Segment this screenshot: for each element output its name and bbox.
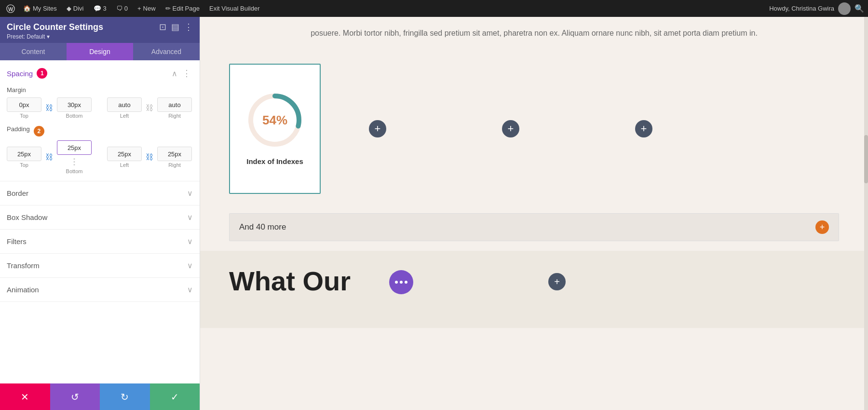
- comment-count-link[interactable]: 🗨 0: [112, 0, 132, 17]
- transform-chevron[interactable]: ∨: [187, 261, 193, 270]
- margin-top-label: Top: [20, 113, 28, 119]
- admin-bar-right: Howdy, Christina Gwira 🔍: [769, 2, 864, 15]
- margin-link-icon[interactable]: ⛓: [44, 104, 54, 112]
- filters-section-header[interactable]: Filters ∨: [0, 230, 200, 253]
- box-shadow-title: Box Shadow: [7, 213, 47, 221]
- padding-badge: 2: [34, 126, 44, 137]
- padding-top-label: Top: [20, 162, 28, 168]
- animation-section-header[interactable]: Animation ∨: [0, 278, 200, 301]
- animation-section: Animation ∨: [0, 278, 200, 302]
- circle-chart: 54%: [246, 91, 304, 149]
- redo-button[interactable]: ↻: [100, 383, 150, 410]
- padding-top-input[interactable]: [7, 147, 41, 161]
- margin-label: Margin: [7, 86, 193, 94]
- page-body-text: posuere. Morbi tortor nibh, fringilla se…: [200, 17, 868, 54]
- border-section: Border ∨: [0, 181, 200, 205]
- margin-right-input[interactable]: [157, 97, 192, 112]
- chat-icon: 🗨: [116, 5, 122, 12]
- padding-bottom-field: Bottom: [57, 140, 92, 174]
- padding-inputs-row: Top ⛓: [7, 140, 193, 174]
- sidebar-header: Circle Counter Settings ⊡ ▤ ⋮ Preset: De…: [0, 17, 200, 43]
- sidebar-more-icon[interactable]: ⋮: [184, 22, 193, 32]
- my-sites-link[interactable]: 🏠 My Sites: [19, 0, 61, 17]
- reset-button[interactable]: ↺: [50, 383, 100, 410]
- filters-title: Filters: [7, 237, 27, 246]
- margin-left-field: Left: [107, 97, 142, 119]
- padding-link-icon-2[interactable]: ⛓: [145, 153, 154, 162]
- padding-right-input[interactable]: [157, 147, 192, 161]
- padding-right-field: Right: [157, 147, 192, 168]
- add-row-button[interactable]: +: [548, 273, 566, 290]
- box-shadow-chevron[interactable]: ∨: [187, 213, 193, 222]
- bottom-section: What Our +: [200, 251, 868, 328]
- wordpress-icon[interactable]: W: [4, 2, 17, 15]
- dot-2: [400, 281, 403, 284]
- sidebar-tabs: Content Design Advanced: [0, 43, 200, 60]
- edit-page-link[interactable]: ✏ Edit Page: [162, 0, 203, 17]
- tab-content[interactable]: Content: [0, 43, 67, 60]
- delete-button[interactable]: ✕: [0, 383, 50, 410]
- accordion-bar: And 40 more +: [229, 213, 839, 241]
- plus-icon: +: [137, 5, 141, 12]
- box-shadow-section-header[interactable]: Box Shadow ∨: [0, 205, 200, 229]
- new-link[interactable]: + New: [134, 0, 160, 17]
- tab-design[interactable]: Design: [67, 43, 133, 60]
- border-chevron[interactable]: ∨: [187, 189, 193, 198]
- comments-link[interactable]: 💬 3: [90, 0, 110, 17]
- padding-left-field: Left: [107, 147, 142, 168]
- admin-bar: W 🏠 My Sites ◆ Divi 💬 3 🗨 0 + New ✏ Edit…: [0, 0, 868, 17]
- accordion-label: And 40 more: [239, 222, 286, 232]
- exit-visual-builder-link[interactable]: Exit Visual Builder: [205, 0, 264, 17]
- margin-top-input[interactable]: [7, 97, 41, 112]
- tab-advanced[interactable]: Advanced: [133, 43, 200, 60]
- padding-left-label: Left: [120, 162, 129, 168]
- margin-bottom-field: Bottom: [57, 97, 92, 119]
- margin-link-icon-2[interactable]: ⛓: [145, 104, 154, 112]
- spacing-collapse-icon[interactable]: ∧: [172, 69, 177, 78]
- spacing-menu-icon[interactable]: ⋮: [180, 68, 193, 79]
- padding-left-input[interactable]: [107, 147, 142, 161]
- animation-title: Animation: [7, 286, 39, 294]
- counter-row: 54% Index of Indexes + + +: [229, 64, 839, 194]
- spacing-section-content: Margin Top ⛓ Bottom: [0, 86, 200, 181]
- padding-bottom-input[interactable]: [57, 140, 92, 155]
- padding-bottom-label: Bottom: [66, 168, 83, 174]
- counter-section: 54% Index of Indexes + + +: [200, 54, 868, 204]
- spacing-badge: 1: [37, 68, 47, 79]
- divi-icon: ◆: [67, 5, 71, 12]
- sidebar-preset[interactable]: Preset: Default ▾: [7, 33, 193, 40]
- margin-bottom-input[interactable]: [57, 97, 92, 112]
- padding-right-label: Right: [168, 162, 181, 168]
- add-column-button-1[interactable]: +: [369, 120, 386, 137]
- what-our-text: What Our: [229, 265, 351, 297]
- comment-icon: 💬: [94, 5, 101, 12]
- transform-section-header[interactable]: Transform ∨: [0, 254, 200, 277]
- pencil-icon: ✏: [165, 5, 171, 12]
- counter-card: 54% Index of Indexes: [229, 64, 321, 194]
- box-shadow-section: Box Shadow ∨: [0, 205, 200, 230]
- confirm-button[interactable]: ✓: [150, 383, 200, 410]
- sidebar-resize-icon[interactable]: ⊡: [159, 22, 166, 32]
- padding-section: Padding 2 Top ⛓: [7, 125, 193, 174]
- sidebar-layout-icon[interactable]: ▤: [171, 22, 179, 32]
- animation-chevron[interactable]: ∨: [187, 285, 193, 294]
- purple-options-button[interactable]: [389, 270, 413, 294]
- avatar[interactable]: [838, 2, 851, 15]
- transform-section: Transform ∨: [0, 254, 200, 278]
- howdy-text: Howdy, Christina Gwira: [769, 5, 834, 12]
- margin-left-input[interactable]: [107, 97, 142, 112]
- spacing-section-header[interactable]: Spacing 1 ∧ ⋮: [0, 60, 200, 86]
- padding-link-icon[interactable]: ⛓: [44, 153, 54, 162]
- dot-1: [395, 281, 398, 284]
- sidebar-body: Spacing 1 ∧ ⋮ Margin Top: [0, 60, 200, 383]
- filters-chevron[interactable]: ∨: [187, 237, 193, 246]
- border-section-header[interactable]: Border ∨: [0, 181, 200, 205]
- search-icon[interactable]: 🔍: [854, 4, 864, 13]
- filters-section: Filters ∨: [0, 230, 200, 254]
- scroll-thumb[interactable]: [864, 135, 868, 183]
- margin-right-field: Right: [157, 97, 192, 119]
- add-column-button-2[interactable]: +: [502, 120, 519, 137]
- accordion-expand-button[interactable]: +: [815, 220, 829, 234]
- add-column-button-3[interactable]: +: [635, 120, 652, 137]
- divi-link[interactable]: ◆ Divi: [63, 0, 88, 17]
